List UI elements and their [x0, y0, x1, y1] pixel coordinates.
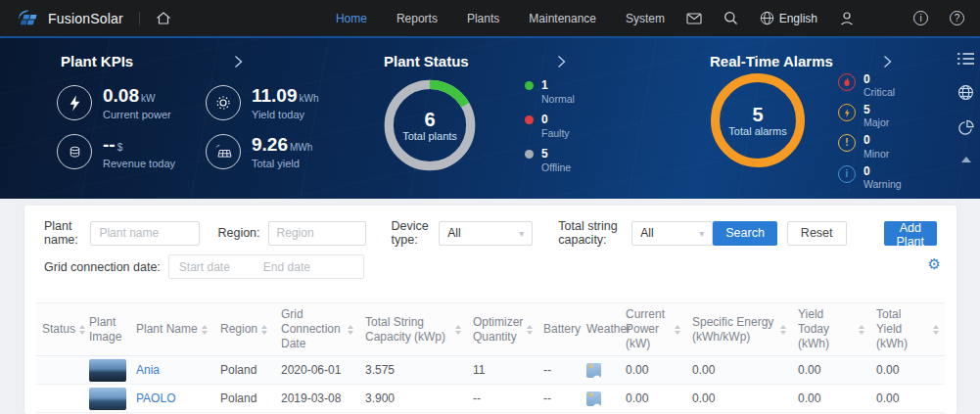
normal-count: 1 [541, 79, 548, 93]
sort-icon [348, 325, 353, 335]
col-plant-image: Plant Image [83, 303, 130, 356]
power-cell: 0.00 [620, 356, 686, 385]
add-plant-button[interactable]: Add Plant [884, 221, 938, 246]
col-plant-name[interactable]: Plant Name [130, 303, 214, 356]
chevron-down-icon: ▾ [519, 228, 524, 239]
date-cell: 2020-06-01 [275, 356, 359, 385]
real-time-alarms-panel: Real-Time Alarms 5 Total alarms 0 [646, 38, 945, 199]
help-icon[interactable]: ? [950, 11, 964, 25]
col-total-string-capacity[interactable]: Total String Capacity (kWp) [359, 303, 467, 356]
kpi-value: 11.09 [252, 85, 298, 106]
sort-icon [933, 325, 939, 335]
alarms-title: Real-Time Alarms [710, 53, 833, 69]
plant-status-panel: Plant Status 6 Total plants [323, 38, 646, 199]
user-icon[interactable] [839, 11, 855, 26]
chevron-down-icon: ▾ [699, 228, 704, 239]
yield-today-cell: 0.00 [792, 385, 870, 413]
col-region[interactable]: Region [214, 303, 275, 356]
fusionsolar-app: FusionSolar Home Reports Plants Maintena… [0, 0, 980, 414]
plant-name-link[interactable]: Ania [136, 363, 160, 377]
col-specific-energy[interactable]: Specific Energy (kWh/kWp) [686, 303, 792, 356]
nav-item-system[interactable]: System [626, 12, 665, 25]
col-optimizer-quantity[interactable]: Optimizer Quantity [467, 303, 537, 356]
nav-right-tools: English i ? [686, 11, 964, 26]
offline-dot [525, 150, 534, 159]
optimizer-cell: 11 [467, 356, 537, 385]
sort-icon [527, 325, 533, 335]
plant-kpis-title: Plant KPIs [61, 53, 133, 69]
home-icon[interactable] [156, 11, 171, 25]
flame-icon [838, 73, 856, 91]
sort-icon [780, 325, 786, 335]
col-grid-connection-date[interactable]: Grid Connection Date [275, 303, 359, 356]
collapse-panel-icon[interactable] [961, 157, 971, 162]
kpi-grid: 0.08kW Current power 11.09kWh Yield toda… [57, 85, 323, 169]
col-yield-today[interactable]: Yield Today (kWh) [792, 303, 870, 356]
bolt-icon [57, 85, 92, 120]
brand-name: FusionSolar [48, 11, 123, 26]
capacity-select[interactable]: All ▾ [631, 221, 713, 246]
power-cell: 0.00 [620, 385, 686, 413]
date-range-picker[interactable]: Start date End date [168, 254, 364, 279]
total-alarms-label: Total alarms [728, 125, 786, 137]
nav-item-maintenance[interactable]: Maintenance [529, 12, 596, 25]
search-icon[interactable] [723, 11, 738, 25]
legend-item-offline: 5 Offline [525, 148, 575, 173]
col-current-power[interactable]: Current Power (kW) [620, 303, 686, 356]
nav-item-plants[interactable]: Plants [467, 12, 499, 25]
list-view-icon[interactable] [957, 52, 974, 66]
nav-divider [139, 12, 140, 25]
column-settings-gear-icon[interactable]: ⚙ [928, 256, 941, 271]
sort-icon [79, 325, 85, 335]
language-selector[interactable]: English [760, 11, 817, 25]
total-alarms-value: 5 [752, 104, 763, 125]
search-button[interactable]: Search [713, 221, 777, 246]
solar-panel-icon [206, 134, 241, 169]
alarm-item-major: 5 Major [838, 104, 902, 128]
plant-status-legend: 1 Normal 0 Faulty 5 Offline [525, 79, 575, 175]
mail-icon[interactable] [686, 13, 702, 24]
kpi-value: 9.26 [252, 134, 288, 155]
plant-name-link[interactable]: PAOLO [136, 391, 175, 405]
chart-view-pie-icon[interactable] [957, 119, 974, 136]
specific-energy-cell: 0.00 [686, 356, 792, 385]
nav-item-home[interactable]: Home [336, 12, 367, 25]
region-input[interactable] [268, 221, 366, 246]
critical-label: Critical [863, 86, 895, 98]
kpi-revenue-today: --$ Revenue today [57, 134, 206, 169]
faulty-dot [525, 115, 534, 124]
coins-icon [57, 134, 92, 169]
plant-name-input[interactable] [90, 221, 200, 246]
side-toolbar [957, 52, 974, 162]
device-type-select[interactable]: All ▾ [439, 221, 533, 246]
plant-status-chevron-right-icon[interactable] [557, 55, 566, 69]
normal-label: Normal [541, 93, 575, 105]
date-cell: 2019-03-08 [275, 385, 359, 413]
major-label: Major [863, 116, 889, 128]
col-weather: Weather [581, 303, 620, 356]
fusionsolar-logo[interactable]: FusionSolar [16, 9, 123, 28]
kpi-unit: MWh [290, 142, 312, 153]
total-yield-cell: 0.00 [870, 356, 945, 385]
weather-icon: ☀☁ [586, 391, 601, 406]
plant-list-card: ⚙ Plant name: Region: Device type: All ▾… [24, 206, 957, 414]
battery-cell: -- [537, 385, 581, 413]
globe-icon [760, 11, 774, 25]
table-row: Ania Poland 2020-06-01 3.575 11 -- ☀☁ 0.… [36, 356, 945, 385]
warning-count: 0 [863, 165, 902, 178]
total-plants-label: Total plants [402, 130, 457, 142]
nav-item-reports[interactable]: Reports [397, 12, 438, 25]
reset-button[interactable]: Reset [787, 221, 847, 246]
plant-image[interactable] [89, 359, 126, 382]
end-date-placeholder: End date [263, 260, 310, 274]
alarms-chevron-right-icon[interactable] [883, 55, 892, 69]
device-type-value: All [447, 226, 460, 240]
col-status[interactable]: Status [36, 303, 83, 356]
plant-image[interactable] [89, 388, 126, 410]
info-icon[interactable]: i [913, 11, 928, 25]
map-view-globe-icon[interactable] [957, 84, 974, 101]
capacity-value: All [640, 226, 653, 240]
plant-table: Status Plant Image Plant Name Region Gri… [36, 302, 945, 414]
plant-kpis-chevron-right-icon[interactable] [234, 55, 243, 69]
col-total-yield[interactable]: Total Yield (kWh) [870, 303, 945, 356]
